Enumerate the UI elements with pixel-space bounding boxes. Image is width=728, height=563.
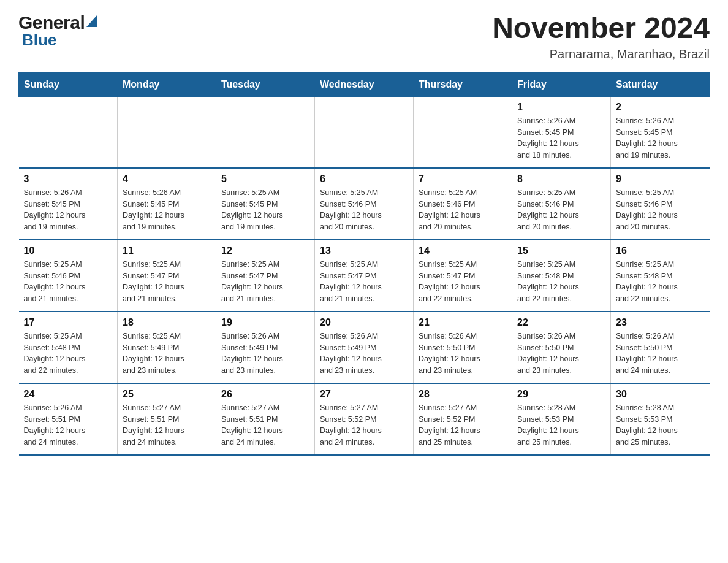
- calendar-cell: 16Sunrise: 5:25 AMSunset: 5:48 PMDayligh…: [611, 240, 710, 312]
- day-number: 27: [320, 389, 408, 400]
- day-number: 30: [616, 389, 705, 400]
- calendar-cell: 7Sunrise: 5:25 AMSunset: 5:46 PMDaylight…: [414, 168, 512, 240]
- weekday-header-monday: Monday: [118, 72, 216, 96]
- day-info: Sunrise: 5:26 AMSunset: 5:49 PMDaylight:…: [221, 331, 309, 377]
- calendar-cell: 3Sunrise: 5:26 AMSunset: 5:45 PMDaylight…: [19, 168, 118, 240]
- calendar-cell: 20Sunrise: 5:26 AMSunset: 5:49 PMDayligh…: [315, 312, 414, 383]
- day-info: Sunrise: 5:25 AMSunset: 5:47 PMDaylight:…: [221, 259, 309, 305]
- day-info: Sunrise: 5:26 AMSunset: 5:50 PMDaylight:…: [616, 331, 705, 377]
- day-info: Sunrise: 5:27 AMSunset: 5:51 PMDaylight:…: [221, 402, 309, 448]
- calendar-cell: 27Sunrise: 5:27 AMSunset: 5:52 PMDayligh…: [315, 383, 414, 455]
- logo-general-text: General: [18, 12, 85, 33]
- calendar-cell: 4Sunrise: 5:26 AMSunset: 5:45 PMDaylight…: [118, 168, 216, 240]
- calendar-cell: 18Sunrise: 5:25 AMSunset: 5:49 PMDayligh…: [118, 312, 216, 383]
- day-info: Sunrise: 5:27 AMSunset: 5:51 PMDaylight:…: [123, 402, 211, 448]
- weekday-header-saturday: Saturday: [611, 72, 710, 96]
- calendar-cell: 5Sunrise: 5:25 AMSunset: 5:45 PMDaylight…: [216, 168, 315, 240]
- day-number: 6: [320, 174, 408, 185]
- day-number: 16: [616, 245, 705, 256]
- month-year-title: November 2024: [492, 12, 710, 45]
- day-info: Sunrise: 5:26 AMSunset: 5:45 PMDaylight:…: [123, 187, 211, 233]
- day-info: Sunrise: 5:25 AMSunset: 5:48 PMDaylight:…: [616, 259, 705, 305]
- page-header: General Blue November 2024 Parnarama, Ma…: [18, 12, 710, 61]
- calendar-week-row: 10Sunrise: 5:25 AMSunset: 5:46 PMDayligh…: [19, 240, 710, 312]
- day-info: Sunrise: 5:25 AMSunset: 5:45 PMDaylight:…: [221, 187, 309, 233]
- calendar-cell: 25Sunrise: 5:27 AMSunset: 5:51 PMDayligh…: [118, 383, 216, 455]
- day-number: 22: [517, 317, 605, 328]
- calendar-cell: 12Sunrise: 5:25 AMSunset: 5:47 PMDayligh…: [216, 240, 315, 312]
- day-info: Sunrise: 5:26 AMSunset: 5:50 PMDaylight:…: [419, 331, 507, 377]
- day-info: Sunrise: 5:25 AMSunset: 5:47 PMDaylight:…: [320, 259, 408, 305]
- calendar-cell: [19, 96, 118, 168]
- calendar-cell: 13Sunrise: 5:25 AMSunset: 5:47 PMDayligh…: [315, 240, 414, 312]
- day-info: Sunrise: 5:27 AMSunset: 5:52 PMDaylight:…: [419, 402, 507, 448]
- calendar-cell: [216, 96, 315, 168]
- calendar-cell: 26Sunrise: 5:27 AMSunset: 5:51 PMDayligh…: [216, 383, 315, 455]
- calendar-cell: 21Sunrise: 5:26 AMSunset: 5:50 PMDayligh…: [414, 312, 512, 383]
- day-info: Sunrise: 5:25 AMSunset: 5:46 PMDaylight:…: [24, 259, 113, 305]
- day-info: Sunrise: 5:26 AMSunset: 5:49 PMDaylight:…: [320, 331, 408, 377]
- calendar-cell: 8Sunrise: 5:25 AMSunset: 5:46 PMDaylight…: [512, 168, 611, 240]
- day-number: 7: [419, 174, 507, 185]
- day-number: 12: [221, 245, 309, 256]
- day-number: 24: [24, 389, 113, 400]
- day-info: Sunrise: 5:25 AMSunset: 5:46 PMDaylight:…: [320, 187, 408, 233]
- day-number: 10: [24, 245, 113, 256]
- day-info: Sunrise: 5:25 AMSunset: 5:48 PMDaylight:…: [24, 331, 113, 377]
- day-number: 8: [517, 174, 605, 185]
- weekday-header-thursday: Thursday: [414, 72, 512, 96]
- day-info: Sunrise: 5:25 AMSunset: 5:46 PMDaylight:…: [616, 187, 705, 233]
- calendar-cell: [414, 96, 512, 168]
- day-number: 23: [616, 317, 705, 328]
- day-number: 21: [419, 317, 507, 328]
- day-number: 13: [320, 245, 408, 256]
- day-info: Sunrise: 5:25 AMSunset: 5:46 PMDaylight:…: [419, 187, 507, 233]
- day-number: 2: [616, 102, 705, 113]
- day-number: 26: [221, 389, 309, 400]
- calendar-cell: 19Sunrise: 5:26 AMSunset: 5:49 PMDayligh…: [216, 312, 315, 383]
- day-number: 20: [320, 317, 408, 328]
- calendar-cell: 15Sunrise: 5:25 AMSunset: 5:48 PMDayligh…: [512, 240, 611, 312]
- calendar-cell: 2Sunrise: 5:26 AMSunset: 5:45 PMDaylight…: [611, 96, 710, 168]
- day-info: Sunrise: 5:25 AMSunset: 5:47 PMDaylight:…: [123, 259, 211, 305]
- day-number: 15: [517, 245, 605, 256]
- calendar-cell: 14Sunrise: 5:25 AMSunset: 5:47 PMDayligh…: [414, 240, 512, 312]
- title-area: November 2024 Parnarama, Maranhao, Brazi…: [492, 12, 710, 61]
- calendar-cell: 9Sunrise: 5:25 AMSunset: 5:46 PMDaylight…: [611, 168, 710, 240]
- calendar-week-row: 1Sunrise: 5:26 AMSunset: 5:45 PMDaylight…: [19, 96, 710, 168]
- calendar-cell: [315, 96, 414, 168]
- calendar-cell: 24Sunrise: 5:26 AMSunset: 5:51 PMDayligh…: [19, 383, 118, 455]
- day-number: 11: [123, 245, 211, 256]
- day-number: 25: [123, 389, 211, 400]
- day-number: 19: [221, 317, 309, 328]
- svg-marker-0: [86, 15, 97, 27]
- calendar-cell: 30Sunrise: 5:28 AMSunset: 5:53 PMDayligh…: [611, 383, 710, 455]
- day-info: Sunrise: 5:26 AMSunset: 5:50 PMDaylight:…: [517, 331, 605, 377]
- day-info: Sunrise: 5:28 AMSunset: 5:53 PMDaylight:…: [616, 402, 705, 448]
- day-number: 3: [24, 174, 113, 185]
- day-number: 1: [517, 102, 605, 113]
- calendar-cell: 23Sunrise: 5:26 AMSunset: 5:50 PMDayligh…: [611, 312, 710, 383]
- logo-blue-text: Blue: [22, 31, 56, 50]
- day-number: 18: [123, 317, 211, 328]
- calendar-week-row: 3Sunrise: 5:26 AMSunset: 5:45 PMDaylight…: [19, 168, 710, 240]
- calendar-cell: 17Sunrise: 5:25 AMSunset: 5:48 PMDayligh…: [19, 312, 118, 383]
- calendar-cell: 10Sunrise: 5:25 AMSunset: 5:46 PMDayligh…: [19, 240, 118, 312]
- day-number: 5: [221, 174, 309, 185]
- day-number: 29: [517, 389, 605, 400]
- calendar-cell: 22Sunrise: 5:26 AMSunset: 5:50 PMDayligh…: [512, 312, 611, 383]
- calendar-table: SundayMondayTuesdayWednesdayThursdayFrid…: [18, 72, 710, 456]
- logo-triangle-icon: [86, 15, 97, 29]
- day-info: Sunrise: 5:26 AMSunset: 5:45 PMDaylight:…: [616, 115, 705, 161]
- location-subtitle: Parnarama, Maranhao, Brazil: [492, 47, 710, 61]
- weekday-header-tuesday: Tuesday: [216, 72, 315, 96]
- day-info: Sunrise: 5:25 AMSunset: 5:47 PMDaylight:…: [419, 259, 507, 305]
- day-number: 28: [419, 389, 507, 400]
- calendar-cell: 28Sunrise: 5:27 AMSunset: 5:52 PMDayligh…: [414, 383, 512, 455]
- weekday-header-wednesday: Wednesday: [315, 72, 414, 96]
- day-info: Sunrise: 5:25 AMSunset: 5:48 PMDaylight:…: [517, 259, 605, 305]
- calendar-cell: 11Sunrise: 5:25 AMSunset: 5:47 PMDayligh…: [118, 240, 216, 312]
- logo: General Blue: [18, 12, 97, 50]
- weekday-header-row: SundayMondayTuesdayWednesdayThursdayFrid…: [19, 72, 710, 96]
- day-number: 14: [419, 245, 507, 256]
